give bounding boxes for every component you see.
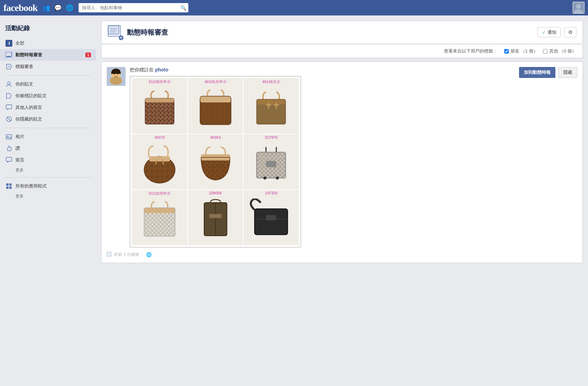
photo-cell-8: 147325 <box>244 190 299 245</box>
svg-rect-20 <box>9 183 12 186</box>
sidebar-title: 活動紀錄 <box>0 21 96 37</box>
review-icon-bg <box>108 25 121 37</box>
search-wrapper: 🔍 <box>79 3 188 12</box>
timeline-review-icon <box>5 51 13 59</box>
photos-label: 相片 <box>15 134 24 140</box>
settings-button[interactable]: ⚙ <box>564 27 576 37</box>
svg-text:f: f <box>9 41 10 46</box>
svg-rect-83 <box>209 214 222 218</box>
svg-rect-11 <box>6 105 12 109</box>
svg-rect-21 <box>6 186 9 189</box>
friends-checkbox[interactable] <box>504 49 509 54</box>
review-icon-plus: + <box>119 35 124 40</box>
sidebar-item-tagged-posts[interactable]: 你被標註的貼文 <box>0 90 96 102</box>
svg-rect-45 <box>257 99 285 104</box>
bag-label-2: 40145大小 <box>244 79 299 84</box>
your-posts-label: 你的貼文 <box>15 81 33 87</box>
svg-point-72 <box>276 177 279 180</box>
dot-separator: · <box>142 252 143 257</box>
sidebar-item-others-comments[interactable]: 其他人的留言 <box>0 102 96 113</box>
sidebar-item-apps[interactable]: 所有的應用程式 <box>0 180 96 192</box>
svg-rect-38 <box>145 98 174 102</box>
avatar[interactable] <box>573 2 585 14</box>
search-input[interactable] <box>79 3 188 12</box>
svg-rect-78 <box>144 208 175 213</box>
hide-button[interactable]: 隱藏 <box>558 67 577 78</box>
bag-label-7: 228068 <box>188 191 243 195</box>
photo-cell-0: 51109大中小 <box>132 78 187 134</box>
svg-point-30 <box>114 73 115 75</box>
sidebar-item-likes[interactable]: 讚 <box>0 143 96 154</box>
photo-grid: 51109大中小 <box>130 77 301 247</box>
top-navigation: facebook 👥 💬 🌐 🔍 <box>0 0 588 15</box>
block-icon <box>5 115 13 123</box>
post-tag-text: 把你標註在 photo <box>130 67 519 73</box>
sidebar-item-timeline-review[interactable]: 動態時報審查 1 <box>0 49 96 61</box>
notify-label: 通知 <box>548 29 556 35</box>
bag-label-0: 51109大中小 <box>132 79 187 84</box>
photo-icon <box>5 133 13 140</box>
bag-label-3: 40372 <box>132 135 187 139</box>
sidebar-item-hidden-posts[interactable]: 你隱藏的貼文 <box>0 113 96 125</box>
svg-rect-55 <box>149 156 170 161</box>
friends-filter: 朋友 （1 個） <box>504 48 538 54</box>
comment-icon <box>5 104 13 111</box>
search-button[interactable]: 🔍 <box>180 5 186 11</box>
post-actions: 加到動態時報 隱藏 <box>519 67 577 78</box>
svg-marker-10 <box>7 93 11 98</box>
review-header-icon: + <box>108 25 122 39</box>
post-body: 把你標註在 photo 51109大中小 <box>130 67 519 248</box>
svg-rect-15 <box>6 135 12 139</box>
sidebar-item-your-posts[interactable]: 你的貼文 <box>0 78 96 90</box>
apps-more-link[interactable]: 更多 <box>0 192 96 201</box>
tag-prefix: 把你標註在 <box>130 67 154 72</box>
tag-link[interactable]: photo <box>155 67 168 72</box>
svg-rect-42 <box>200 96 231 102</box>
timeline-review-badge: 1 <box>85 53 91 57</box>
post-header: 把你標註在 photo 51109大中小 <box>107 67 577 248</box>
others-checkbox[interactable] <box>543 49 548 54</box>
sidebar-item-tag-review[interactable]: 標籤審查 <box>0 61 96 72</box>
filter-bar-label: 查看來自以下用戶的標籤： <box>444 48 497 54</box>
photo-cell-4: 40354 <box>188 134 243 190</box>
likes-label: 讚 <box>15 145 20 151</box>
svg-rect-70 <box>266 161 277 167</box>
sidebar-item-all[interactable]: f 全部 <box>0 37 96 49</box>
sidebar: 活動紀錄 f 全部 動態時報審查 1 標籤審查 <box>0 15 96 386</box>
svg-rect-6 <box>7 56 10 57</box>
apps-label: 所有的應用程式 <box>15 183 47 189</box>
photo-cell-6: 51110大中小 <box>132 190 187 245</box>
tag-review-icon <box>5 63 13 70</box>
sidebar-item-photos[interactable]: 相片 <box>0 131 96 143</box>
photo-cell-5: 217975 <box>244 134 299 190</box>
sidebar-media-section: 相片 讚 留言 更多 <box>0 131 96 174</box>
review-header-title: 動態時報審查 <box>127 28 538 37</box>
notify-button[interactable]: ✓ 通知 <box>538 27 561 37</box>
svg-rect-17 <box>6 157 12 161</box>
person-icon <box>5 80 13 88</box>
divider-1 <box>5 75 91 76</box>
add-to-timeline-button[interactable]: 加到動態時報 <box>519 67 555 78</box>
notify-check-icon: ✓ <box>542 30 546 35</box>
clock-icon <box>107 252 111 258</box>
svg-point-31 <box>117 73 118 75</box>
svg-rect-22 <box>9 186 12 189</box>
svg-rect-19 <box>6 183 9 186</box>
media-more-link[interactable]: 更多 <box>0 166 96 174</box>
globe-nav-icon[interactable]: 🌐 <box>66 4 73 12</box>
sidebar-item-comments[interactable]: 留言 <box>0 154 96 166</box>
svg-line-14 <box>7 117 11 121</box>
post-card: 把你標註在 photo 51109大中小 <box>101 61 583 263</box>
timeline-review-label: 動態時報審查 <box>15 52 42 58</box>
messages-nav-icon[interactable]: 💬 <box>54 4 62 12</box>
svg-rect-23 <box>108 26 119 34</box>
friends-nav-icon[interactable]: 👥 <box>43 4 50 12</box>
bag-label-5: 217975 <box>244 135 299 139</box>
photo-cell-1: 40155大中小 L <box>188 78 243 134</box>
apps-icon <box>5 182 13 190</box>
friends-filter-label: 朋友 （1 個） <box>510 48 538 54</box>
others-filter-label: 其他 （0 個） <box>549 48 576 54</box>
fb-small-icon: f <box>5 39 13 47</box>
review-header: + 動態時報審查 ✓ 通知 ⚙ <box>101 21 583 44</box>
svg-point-1 <box>576 4 581 9</box>
